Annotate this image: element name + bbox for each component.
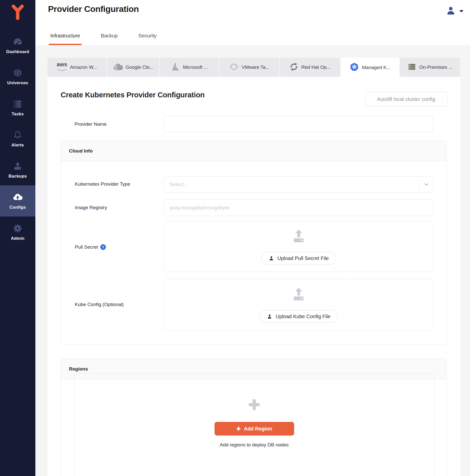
- provider-tab-red-hat-openshift[interactable]: Red Hat Op...: [280, 58, 340, 77]
- provider-tab-label: Red Hat Op...: [301, 64, 331, 70]
- content-area: Provider Configuration Infrastructure Ba…: [35, 0, 470, 476]
- provider-name-input[interactable]: [163, 116, 433, 133]
- sidebar-item-alerts[interactable]: Alerts: [0, 123, 35, 154]
- upload-icon: [290, 287, 307, 302]
- upload-pull-secret-button-label: Upload Pull Secret File: [277, 255, 329, 261]
- tab-backup[interactable]: Backup: [99, 33, 119, 45]
- kubernetes-icon: [349, 62, 359, 73]
- provider-tab-managed-kubernetes[interactable]: Managed K...: [341, 58, 399, 77]
- provider-tab-label: VMware Ta...: [242, 64, 270, 70]
- regions-dropzone[interactable]: Add Region Add regions to deploy DB node…: [74, 373, 434, 476]
- upload-icon: [267, 314, 272, 319]
- cloud-info-header: Cloud Info: [61, 141, 446, 161]
- provider-tab-strip: aws Amazon W... Google Clo... Micros: [48, 58, 460, 77]
- gauge-icon: [12, 36, 23, 47]
- upload-kube-config-button-label: Upload Kube Config File: [276, 314, 331, 319]
- kubernetes-provider-type-label: Kubernetes Provider Type: [75, 181, 130, 187]
- kubernetes-provider-type-select[interactable]: Select...: [164, 176, 434, 192]
- select-placeholder: Select...: [164, 182, 419, 187]
- plus-icon: [247, 398, 261, 412]
- chevron-down-icon: [424, 183, 429, 186]
- add-region-button-label: Add Region: [244, 426, 272, 432]
- pull-secret-label-text: Pull Secret: [75, 244, 98, 250]
- cloud-info-section: Cloud Info Kubernetes Provider Type Sele…: [61, 141, 447, 344]
- provider-config-panel: Create Kubernetes Provider Configuration…: [48, 77, 460, 476]
- chevron-down-icon[interactable]: [459, 10, 463, 12]
- sidebar-item-label: Alerts: [11, 143, 24, 148]
- provider-name-label: Provider Name: [75, 121, 107, 127]
- provider-tab-amazon-web-services[interactable]: aws Amazon W...: [48, 58, 106, 77]
- kube-config-dropzone[interactable]: Upload Kube Config File: [164, 279, 434, 331]
- help-icon[interactable]: ?: [100, 244, 106, 250]
- provider-tab-on-premises[interactable]: On-Premises ...: [400, 58, 460, 77]
- sidebar-item-universes[interactable]: Universes: [0, 61, 35, 92]
- globe-icon: [12, 68, 23, 78]
- autofill-local-cluster-config-button[interactable]: Autofill local cluster config: [365, 92, 447, 106]
- sidebar-item-label: Tasks: [12, 112, 24, 117]
- provider-tab-label: On-Premises ...: [419, 64, 453, 70]
- provider-tab-label: Managed K...: [362, 65, 390, 70]
- yugabyte-logo-icon[interactable]: [0, 0, 35, 22]
- sidebar-item-configs[interactable]: Configs: [0, 185, 35, 217]
- sidebar: Dashboard Universes: [0, 0, 35, 476]
- page-title: Provider Configuration: [48, 4, 139, 14]
- tab-infrastructure[interactable]: Infrastructure: [49, 33, 82, 45]
- pull-secret-dropzone[interactable]: Upload Pull Secret File: [164, 221, 434, 272]
- select-chevron-zone[interactable]: [419, 179, 433, 189]
- top-header: Provider Configuration Infrastructure Ba…: [35, 0, 470, 45]
- sidebar-item-label: Universes: [7, 80, 28, 85]
- sidebar-item-admin[interactable]: Admin: [0, 217, 35, 248]
- sidebar-item-label: Backups: [9, 174, 27, 179]
- user-avatar-icon[interactable]: [446, 6, 456, 17]
- bell-icon: [12, 130, 23, 140]
- provider-tab-google-cloud[interactable]: Google Clo...: [107, 58, 159, 77]
- gear-icon: [12, 223, 23, 234]
- vmware-tanzu-icon: [229, 62, 239, 73]
- sidebar-item-label: Configs: [10, 205, 26, 210]
- plus-icon: [236, 426, 241, 431]
- server-rack-icon: [407, 62, 416, 73]
- user-menu[interactable]: [446, 6, 463, 17]
- upload-pull-secret-file-button[interactable]: Upload Pull Secret File: [261, 252, 336, 265]
- image-registry-input[interactable]: [164, 199, 434, 216]
- tab-security[interactable]: Security: [137, 33, 158, 45]
- cloud-upload-icon: [12, 192, 23, 203]
- sidebar-item-backups[interactable]: Backups: [0, 154, 35, 185]
- upload-icon: [290, 229, 307, 244]
- sidebar-item-tasks[interactable]: Tasks: [0, 92, 35, 123]
- regions-hint-text: Add regions to deploy DB nodes: [220, 442, 289, 448]
- pull-secret-label: Pull Secret ?: [75, 244, 106, 250]
- google-cloud-icon: [113, 63, 123, 72]
- provider-tab-microsoft-azure[interactable]: Microsoft ...: [160, 58, 219, 77]
- sidebar-item-label: Admin: [11, 236, 25, 241]
- upload-kube-config-file-button[interactable]: Upload Kube Config File: [260, 310, 338, 323]
- provider-tab-label: Microsoft ...: [183, 64, 208, 70]
- image-registry-label: Image Registry: [75, 205, 107, 210]
- provider-tab-label: Amazon W...: [70, 64, 97, 70]
- header-tabs: Infrastructure Backup Security: [49, 33, 158, 45]
- add-region-button[interactable]: Add Region: [215, 422, 294, 436]
- backup-drive-icon: [12, 161, 23, 171]
- azure-icon: [171, 62, 180, 72]
- panel-heading: Create Kubernetes Provider Configuration: [61, 91, 205, 99]
- provider-tab-vmware-tanzu[interactable]: VMware Ta...: [220, 58, 279, 77]
- sidebar-item-label: Dashboard: [6, 49, 29, 54]
- upload-icon: [269, 256, 274, 261]
- sidebar-item-dashboard[interactable]: Dashboard: [0, 30, 35, 61]
- aws-icon: aws: [57, 62, 67, 72]
- kube-config-label: Kube Config (Optional): [75, 302, 124, 307]
- regions-section: Regions Add Region: [61, 359, 447, 476]
- task-list-icon: [12, 99, 23, 109]
- openshift-icon: [289, 62, 298, 73]
- provider-tab-label: Google Clo...: [126, 64, 154, 70]
- sidebar-nav: Dashboard Universes: [0, 30, 35, 248]
